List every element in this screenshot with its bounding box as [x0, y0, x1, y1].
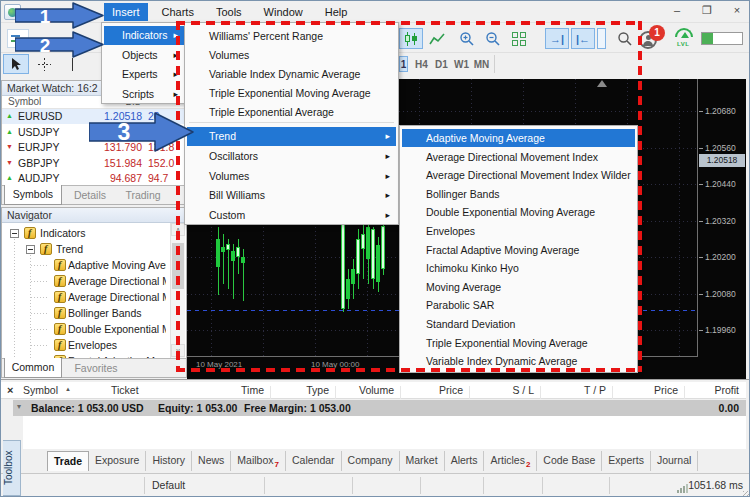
toolbox-tab-company[interactable]: Company — [342, 451, 400, 471]
indicator-recent-item[interactable]: Triple Exponential Average — [187, 103, 396, 122]
status-cell-divider — [542, 477, 543, 494]
navigator-tree-item[interactable]: fAdaptive Moving Average — [2, 258, 170, 273]
timeframe-h4[interactable]: H4 — [412, 56, 431, 72]
trend-menu-item[interactable]: Average Directional Movement Index — [402, 148, 635, 166]
insert-menu-item-experts[interactable]: Experts▸ — [104, 65, 184, 84]
table-column-time[interactable]: Time — [194, 384, 264, 396]
indicator-group-trend[interactable]: Trend▸ — [187, 127, 396, 146]
navigator-tree-item[interactable]: fAverage Directional Movement Index Wild… — [2, 290, 170, 305]
trend-menu-item[interactable]: Standard Deviation — [402, 315, 635, 333]
market-watch-row[interactable]: ▼GBPJPY151.984152.0 — [2, 156, 186, 171]
navigator-tree-item[interactable]: fEnvelopes — [2, 338, 170, 353]
toolbox-close-icon[interactable]: × — [7, 384, 13, 396]
trend-menu-item[interactable]: Triple Exponential Moving Average — [402, 334, 635, 352]
candlestick-chart-icon[interactable] — [399, 28, 423, 49]
zoom-in-icon[interactable] — [455, 28, 479, 49]
menu-charts[interactable]: Charts — [154, 3, 202, 21]
trend-menu-item[interactable]: Moving Average — [402, 278, 635, 296]
toolbox-tab-mailbox[interactable]: Mailbox7 — [231, 451, 286, 471]
table-column-profit[interactable]: Profit — [669, 384, 739, 396]
timeframe-mn[interactable]: MN — [472, 56, 491, 72]
table-column-price[interactable]: Price — [608, 384, 678, 396]
menu-help[interactable]: Help — [317, 3, 356, 21]
table-column-tp[interactable]: T / P — [536, 384, 606, 396]
market-watch-tab-details[interactable]: Details — [64, 186, 116, 205]
toolbox-tab-experts[interactable]: Experts — [602, 451, 651, 471]
partial-toolbar-icon[interactable] — [597, 28, 606, 49]
table-column-sl[interactable]: S / L — [464, 384, 534, 396]
trend-menu-item[interactable]: Ichimoku Kinko Hyo — [402, 259, 635, 277]
indicator-recent-item[interactable]: Volumes — [187, 46, 396, 65]
trend-menu-item[interactable]: Bollinger Bands — [402, 185, 635, 203]
indicator-recent-item[interactable]: Williams' Percent Range — [187, 27, 396, 46]
collapse-icon[interactable]: ▾ — [17, 402, 21, 411]
table-column-price[interactable]: Price — [393, 384, 463, 396]
toolbox-tab-calendar[interactable]: Calendar — [286, 451, 342, 471]
toolbox-tab-market[interactable]: Market — [400, 451, 445, 471]
toolbox-tab-code-base[interactable]: Code Base — [537, 451, 602, 471]
close-button[interactable]: × — [729, 3, 745, 18]
trend-menu-item[interactable]: Envelopes — [402, 222, 635, 240]
insert-menu-item-indicators[interactable]: Indicators▸ — [104, 26, 184, 45]
navigator-title: Navigator — [2, 208, 186, 223]
search-icon[interactable] — [613, 28, 637, 49]
trend-menu-item[interactable]: Parabolic SAR — [402, 296, 635, 314]
lvl-indicator-icon[interactable]: LVL — [673, 28, 697, 50]
toolbox-tab-journal[interactable]: Journal — [651, 451, 698, 471]
insert-menu-item-objects[interactable]: Objects▸ — [104, 46, 184, 65]
navigator-tab-common[interactable]: Common — [4, 358, 62, 378]
toolbox-tab-alerts[interactable]: Alerts — [445, 451, 485, 471]
chart-marker-icon — [597, 80, 607, 87]
auto-scroll-icon[interactable]: |← — [571, 28, 595, 49]
toolbox-side-tab[interactable]: Toolbox — [3, 440, 21, 496]
indicator-group-oscillators[interactable]: Oscillators▸ — [187, 147, 396, 166]
table-column-ticket[interactable]: Ticket — [111, 384, 139, 396]
navigator-tab-favorites[interactable]: Favorites — [64, 359, 128, 378]
balance-row[interactable]: ▾ Balance: 1 053.00 USD Equity: 1 053.00… — [13, 400, 746, 416]
column-symbol[interactable]: Symbol — [8, 96, 41, 107]
navigator-tree-item[interactable]: fAverage Directional Movement Index — [2, 274, 170, 289]
indicator-group-bill-williams[interactable]: Bill Williams▸ — [187, 186, 396, 205]
zoom-out-icon[interactable] — [481, 28, 505, 49]
toolbox-tab-trade[interactable]: Trade — [47, 451, 89, 471]
menu-insert[interactable]: Insert — [104, 3, 148, 21]
timeframe-1[interactable]: 1 — [399, 56, 408, 72]
market-watch-tab-symbols[interactable]: Symbols — [4, 185, 62, 205]
trend-menu-item[interactable]: Fractal Adaptive Moving Average — [402, 241, 635, 259]
market-watch-row[interactable]: ▲AUDJPY94.68794.7 — [2, 171, 186, 185]
tile-windows-icon[interactable] — [507, 28, 531, 49]
restore-button[interactable]: ❐ — [699, 3, 715, 18]
navigator-tree-item[interactable]: fTrend — [2, 242, 170, 257]
tree-expander-icon[interactable] — [26, 245, 35, 254]
trend-menu-item[interactable]: Average Directional Movement Index Wilde… — [402, 166, 635, 184]
trend-menu-item[interactable]: Adaptive Moving Average — [402, 129, 635, 147]
timeframe-d1[interactable]: D1 — [432, 56, 451, 72]
column-divider — [335, 386, 336, 399]
toolbox-tab-exposure[interactable]: Exposure — [89, 451, 146, 471]
menu-tools[interactable]: Tools — [208, 3, 250, 21]
notification-badge[interactable]: 1 — [649, 25, 665, 41]
market-watch-tab-trading[interactable]: Trading — [118, 186, 168, 205]
sort-ascending-icon[interactable]: ▲ — [65, 386, 71, 392]
resize-grip[interactable] — [743, 491, 749, 497]
indicator-group-volumes[interactable]: Volumes▸ — [187, 167, 396, 186]
timeframe-w1[interactable]: W1 — [452, 56, 471, 72]
tree-expander-icon[interactable] — [10, 229, 19, 238]
shift-end-icon[interactable]: →| — [545, 28, 569, 49]
navigator-tree-item[interactable]: fBollinger Bands — [2, 306, 170, 321]
indicator-recent-item[interactable]: Triple Exponential Moving Average — [187, 84, 396, 103]
toolbox-tab-history[interactable]: History — [146, 451, 192, 471]
line-chart-icon[interactable] — [425, 28, 449, 49]
toolbox-tab-news[interactable]: News — [192, 451, 231, 471]
table-column-symbol[interactable]: Symbol — [23, 384, 58, 396]
profile-name[interactable]: Default — [152, 479, 185, 491]
navigator-tree-item[interactable]: fIndicators — [2, 226, 170, 241]
toolbox-tab-articles[interactable]: Articles2 — [484, 451, 537, 471]
trend-menu-item[interactable]: Double Exponential Moving Average — [402, 203, 635, 221]
minimize-button[interactable]: – — [669, 3, 685, 18]
insert-menu-item-scripts[interactable]: Scripts▸ — [104, 85, 184, 104]
menu-window[interactable]: Window — [256, 3, 311, 21]
indicator-group-custom[interactable]: Custom▸ — [187, 206, 396, 225]
indicator-recent-item[interactable]: Variable Index Dynamic Average — [187, 65, 396, 84]
navigator-tree-item[interactable]: fDouble Exponential Moving Average — [2, 322, 170, 337]
